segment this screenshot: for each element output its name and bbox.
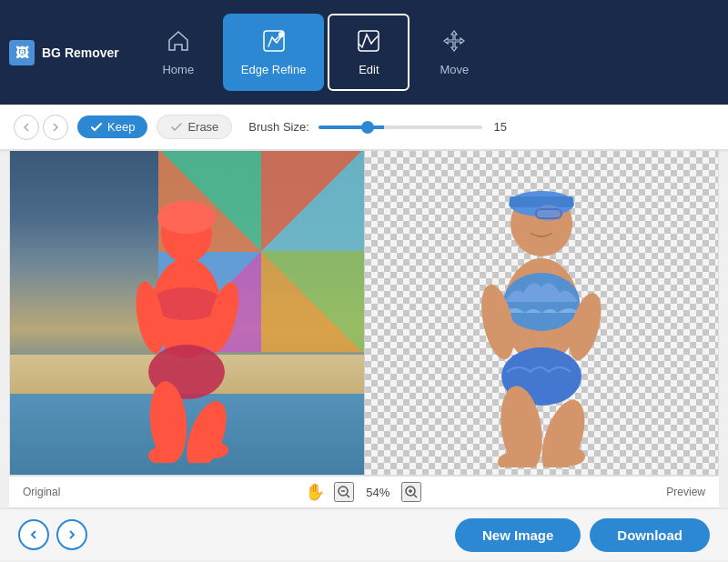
logo-area: 🖼 BG Remover xyxy=(9,40,119,65)
brush-slider-container: 15 xyxy=(318,120,714,134)
app-logo-icon: 🖼 xyxy=(9,40,35,65)
zoom-value: 54% xyxy=(361,486,394,499)
child-preview xyxy=(469,186,614,458)
original-label: Original xyxy=(23,486,60,498)
svg-point-27 xyxy=(556,447,585,466)
original-panel[interactable] xyxy=(10,151,365,475)
footer: New Image Download xyxy=(0,508,728,560)
brush-size-value: 15 xyxy=(490,120,511,134)
brush-size-label: Brush Size: xyxy=(248,120,308,134)
nav-item-edge-refine[interactable]: Edge Refine xyxy=(223,14,325,91)
zoom-controls: 54% xyxy=(334,482,421,502)
svg-point-4 xyxy=(157,201,216,234)
nav-item-move[interactable]: Move xyxy=(413,14,495,91)
preview-label: Preview xyxy=(666,486,705,498)
next-button[interactable] xyxy=(56,519,87,550)
child-silhouette xyxy=(123,199,250,458)
nav-item-home[interactable]: Home xyxy=(137,14,219,91)
child-preview-svg xyxy=(469,186,614,467)
erase-tool-button[interactable]: Erase xyxy=(157,115,232,139)
nav-edge-refine-label: Edge Refine xyxy=(241,63,307,76)
edge-refine-icon xyxy=(261,28,287,57)
prev-button[interactable] xyxy=(18,519,49,550)
brush-size-slider[interactable] xyxy=(318,125,482,129)
move-icon xyxy=(441,28,467,57)
nav-home-label: Home xyxy=(162,63,194,76)
footer-nav xyxy=(18,519,87,550)
status-bar: Original ✋ 54% Preview xyxy=(9,476,719,508)
new-image-button[interactable]: New Image xyxy=(455,518,581,552)
nav-edit-label: Edit xyxy=(359,63,379,76)
edit-icon xyxy=(356,28,381,57)
main-nav: Home Edge Refine xyxy=(137,14,719,91)
zoom-in-button[interactable] xyxy=(401,482,421,502)
preview-panel[interactable] xyxy=(365,151,719,475)
app-title: BG Remover xyxy=(42,45,119,60)
svg-rect-2 xyxy=(359,31,379,51)
zoom-area: ✋ 54% xyxy=(305,482,421,502)
nav-item-edit[interactable]: Edit xyxy=(328,14,410,91)
nav-move-label: Move xyxy=(440,63,469,76)
undo-button[interactable] xyxy=(14,115,39,140)
child-svg xyxy=(123,199,250,463)
cursor-icon: ✋ xyxy=(305,482,325,502)
zoom-out-button[interactable] xyxy=(334,482,354,502)
toolbar: Keep Erase Brush Size: 15 xyxy=(0,105,728,150)
svg-rect-16 xyxy=(510,196,573,207)
svg-point-13 xyxy=(203,442,228,458)
action-buttons: New Image Download xyxy=(455,518,710,552)
home-icon xyxy=(166,28,191,57)
redo-button[interactable] xyxy=(43,115,68,140)
header: 🖼 BG Remover Home Edge Refine xyxy=(0,0,728,105)
keep-tool-button[interactable]: Keep xyxy=(77,115,147,138)
download-button[interactable]: Download xyxy=(590,518,710,552)
toolbar-history-nav xyxy=(14,115,68,140)
canvas-container xyxy=(9,150,719,476)
